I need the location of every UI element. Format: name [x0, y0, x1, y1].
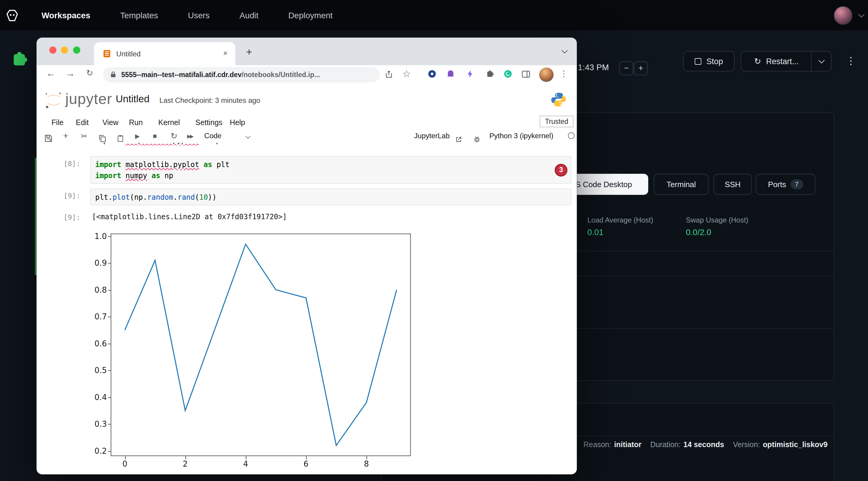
swap-usage-value: 0.0/2.0	[686, 228, 711, 237]
zoom-out-button[interactable]: −	[619, 62, 633, 75]
code-cell[interactable]: plt.plot(np.random.rand(10))	[90, 189, 571, 205]
terminal-button[interactable]: Terminal	[654, 174, 709, 195]
browser-window: Untitled × + ← → ↻ 5555--main--test--mat…	[37, 38, 577, 474]
y-tick-mark	[108, 236, 111, 236]
window-maximize-button[interactable]	[73, 46, 81, 54]
cell-type-select[interactable]: Code	[204, 130, 221, 143]
restart-options-button[interactable]	[811, 51, 831, 71]
open-jupyterlab-link[interactable]: JupyterLab	[414, 130, 450, 143]
nav-item-users[interactable]: Users	[188, 10, 210, 20]
menu-help[interactable]: Help	[230, 116, 245, 130]
zoom-in-button[interactable]: +	[634, 62, 648, 75]
restart-workspace-button[interactable]: ↻ Restart...	[741, 51, 811, 71]
browser-menu-kebab-icon[interactable]: ⋮	[560, 69, 568, 78]
cut-cells-icon[interactable]: ✂	[81, 130, 87, 143]
ports-button[interactable]: Ports 7	[755, 174, 815, 195]
y-tick-label: 0.4	[89, 392, 107, 402]
share-icon[interactable]	[385, 70, 393, 79]
jupyter-brand[interactable]: jupyter	[65, 91, 112, 108]
x-tick-mark	[185, 456, 186, 459]
forward-button[interactable]: →	[64, 68, 77, 79]
bolt-extension-icon[interactable]	[467, 70, 473, 78]
restart-run-all-icon[interactable]: ▶▶	[187, 130, 192, 143]
reload-button[interactable]: ↻	[83, 68, 96, 78]
y-tick-mark	[108, 263, 111, 264]
menu-edit[interactable]: Edit	[76, 116, 89, 130]
nav-item-deployment[interactable]: Deployment	[288, 10, 333, 20]
code-cell[interactable]: import matplotlib.pyplot as plt import n…	[90, 156, 571, 184]
browser-tab[interactable]: Untitled ×	[94, 42, 236, 65]
insert-cell-icon[interactable]: +	[63, 130, 68, 143]
cell-type-chevron-icon	[246, 134, 251, 139]
menu-view[interactable]: View	[102, 116, 119, 130]
menu-run[interactable]: Run	[129, 116, 143, 130]
y-tick-label: 1.0	[89, 231, 107, 241]
stop-workspace-button[interactable]: Stop	[683, 51, 735, 71]
checkpoint-status: Last Checkpoint: 3 minutes ago	[160, 96, 260, 105]
y-tick-label: 0.3	[89, 419, 107, 429]
ssh-label: SSH	[725, 180, 741, 189]
nav-item-templates[interactable]: Templates	[120, 10, 158, 20]
address-bar[interactable]: 5555--main--test--matifali.atif.cdr.dev/…	[103, 67, 380, 83]
run-cell-icon[interactable]: ▶	[135, 130, 140, 143]
y-tick-label: 0.2	[89, 446, 107, 456]
browser-profile-avatar[interactable]	[539, 67, 554, 82]
y-tick-mark	[108, 290, 111, 290]
clipped-cell-line: import matplotlib.pyplot as plt	[90, 143, 571, 146]
window-minimize-button[interactable]	[61, 46, 68, 54]
y-tick-label: 0.8	[89, 285, 107, 295]
puzzle-icon[interactable]	[10, 51, 29, 69]
trusted-badge[interactable]: Trusted	[540, 116, 574, 127]
onepassword-extension-icon[interactable]	[428, 70, 436, 78]
interrupt-kernel-icon[interactable]: ■	[153, 130, 157, 143]
terminal-label: Terminal	[666, 180, 696, 189]
ports-label: Ports	[768, 180, 786, 189]
tab-close-icon[interactable]: ×	[220, 49, 230, 59]
grammarly-extension-icon[interactable]	[504, 70, 512, 78]
tab-search-chevron-icon[interactable]	[561, 47, 568, 54]
side-panel-icon[interactable]	[522, 70, 531, 79]
restart-icon: ↻	[754, 57, 761, 65]
clock-time: 1:43 PM	[578, 63, 609, 72]
notebook-area: import matplotlib.pyplot as plt [8]: imp…	[37, 143, 577, 474]
restart-kernel-icon[interactable]: ↻	[170, 130, 177, 143]
menu-settings[interactable]: Settings	[195, 116, 222, 130]
extensions-puzzle-icon[interactable]	[486, 70, 495, 79]
line-plot	[111, 234, 410, 455]
kernel-name[interactable]: Python 3 (ipykernel)	[490, 130, 553, 143]
jupyter-menubar: File Edit View Run Kernel Settings Help …	[37, 116, 577, 130]
nav-item-audit[interactable]: Audit	[240, 10, 258, 20]
y-tick-label: 0.9	[89, 258, 107, 268]
x-tick-mark	[306, 456, 307, 459]
build-reason: Reason:initiator	[583, 441, 641, 449]
y-tick-mark	[108, 451, 111, 451]
user-menu-chevron-icon[interactable]	[858, 11, 864, 18]
x-tick-mark	[367, 456, 367, 459]
user-avatar[interactable]	[834, 6, 853, 25]
load-average-label: Load Average (Host)	[587, 216, 653, 224]
x-tick-mark	[246, 456, 246, 459]
load-average-value: 0.01	[587, 228, 603, 237]
menu-kernel[interactable]: Kernel	[158, 116, 180, 130]
back-button[interactable]: ←	[44, 68, 58, 79]
build-duration: Duration:14 seconds	[650, 441, 724, 449]
new-tab-button[interactable]: +	[242, 45, 255, 59]
browser-toolbar: ← → ↻ 5555--main--test--matifali.atif.cd…	[37, 65, 577, 85]
y-tick-label: 0.6	[89, 339, 107, 348]
x-tick-label: 4	[240, 459, 252, 469]
ssh-button[interactable]: SSH	[714, 174, 752, 195]
y-tick-mark	[108, 343, 111, 344]
red-count-badge[interactable]: 3	[555, 164, 567, 176]
menu-file[interactable]: File	[52, 116, 64, 130]
ghost-extension-icon[interactable]	[447, 70, 454, 78]
nav-item-workspaces[interactable]: Workspaces	[41, 10, 90, 20]
window-close-button[interactable]	[49, 46, 56, 54]
chart-figure: 1.00.90.80.70.60.50.40.30.2 02468	[111, 234, 411, 456]
ports-count-badge: 7	[790, 179, 803, 189]
notebook-title[interactable]: Untitled	[116, 94, 150, 105]
bookmark-star-icon[interactable]: ☆	[403, 68, 411, 80]
coder-logo-icon[interactable]	[5, 8, 20, 23]
output-text: [<matplotlib.lines.Line2D at 0x7fd03f191…	[92, 213, 287, 221]
workspace-menu-kebab-icon[interactable]: ⋮	[844, 54, 858, 68]
notebook-favicon-icon	[102, 49, 111, 58]
